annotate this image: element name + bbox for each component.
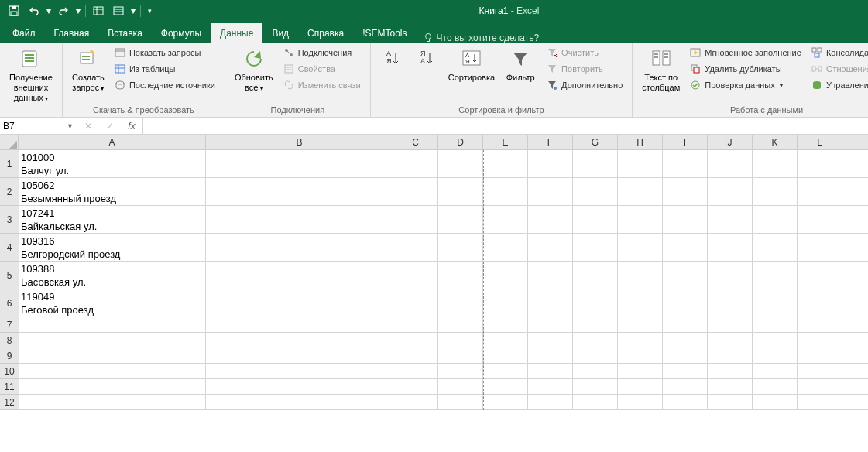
cell[interactable] [708,364,753,378]
cell[interactable] [206,395,393,409]
cell[interactable] [483,206,528,233]
cell[interactable] [708,234,753,261]
cell[interactable] [393,395,438,409]
cell[interactable] [663,178,708,205]
cell[interactable] [618,234,663,261]
cell[interactable] [618,333,663,348]
cell[interactable] [483,395,528,409]
cell[interactable]: 119049 Беговой проезд [19,289,206,317]
cell[interactable]: 109388 Басовская ул. [19,262,206,289]
cell[interactable] [753,206,798,233]
fx-icon[interactable]: fx [121,121,142,132]
column-header-C[interactable]: C [393,135,438,149]
row-header[interactable]: 5 [0,262,19,289]
cells[interactable]: 101000 Балчуг ул.105062 Безымянный проез… [19,150,868,410]
cell[interactable] [618,348,663,363]
row-header[interactable]: 10 [0,364,19,379]
cell[interactable] [753,317,798,332]
cell[interactable] [483,234,528,261]
tab-home[interactable]: Главная [45,23,99,43]
cell[interactable] [206,262,393,289]
cell[interactable] [206,206,393,233]
cell[interactable] [618,395,663,409]
tab-semtools[interactable]: !SEMTools [353,23,416,43]
cell[interactable] [206,317,393,332]
cell[interactable] [753,234,798,261]
cell[interactable] [798,364,842,378]
cell[interactable] [483,178,528,205]
cell[interactable] [393,178,438,205]
sort-asc-button[interactable]: АЯ [377,45,408,73]
cell[interactable] [483,289,528,317]
cell[interactable] [573,317,618,332]
cell[interactable] [483,317,528,332]
qat-customize[interactable]: ▾ [144,2,155,19]
cell[interactable] [753,289,798,317]
show-queries-button[interactable]: Показать запросы [111,45,218,60]
cell[interactable] [663,289,708,317]
save-button[interactable] [5,2,23,19]
cell[interactable] [528,150,573,177]
cell[interactable] [483,348,528,363]
cell[interactable] [798,234,842,261]
cell[interactable] [573,150,618,177]
remove-duplicates-button[interactable]: Удалить дубликаты [686,61,805,77]
redo-dropdown[interactable]: ▾ [74,2,82,19]
cell[interactable] [19,333,206,348]
cell[interactable] [573,262,618,289]
cell[interactable] [528,178,573,205]
cell[interactable] [206,379,393,394]
cell[interactable] [663,262,708,289]
cell[interactable] [663,333,708,348]
cell[interactable] [573,395,618,409]
name-box-input[interactable] [3,121,50,132]
cell[interactable] [483,150,528,177]
cell[interactable] [708,348,753,363]
column-header-A[interactable]: A [19,135,206,149]
tab-data[interactable]: Данные [211,23,262,43]
cell[interactable]: 105062 Безымянный проезд [19,178,206,205]
tab-formulas[interactable]: Формулы [152,23,211,43]
cell[interactable] [438,317,483,332]
cell[interactable] [483,333,528,348]
cell[interactable] [438,150,483,177]
get-external-data-button[interactable]: Получение внешних данных [6,45,56,105]
cell[interactable] [798,348,842,363]
cell[interactable] [573,348,618,363]
row-header[interactable]: 2 [0,178,19,206]
cell[interactable] [438,289,483,317]
row-header[interactable]: 4 [0,234,19,262]
cell[interactable] [798,150,842,177]
cell[interactable] [663,348,708,363]
cell[interactable] [528,234,573,261]
cell[interactable] [19,395,206,409]
cell[interactable] [618,364,663,378]
cell[interactable] [206,234,393,261]
cell[interactable] [753,333,798,348]
cell[interactable] [798,379,842,394]
cell[interactable] [753,379,798,394]
cell[interactable] [618,289,663,317]
cell[interactable] [753,150,798,177]
recent-sources-button[interactable]: Последние источники [111,77,218,93]
cell[interactable] [438,348,483,363]
sort-button[interactable]: АЯ Сортировка [445,45,498,84]
cell[interactable] [393,348,438,363]
refresh-all-button[interactable]: Обновить все [232,45,276,95]
row-header[interactable]: 11 [0,379,19,395]
row-header[interactable]: 1 [0,150,19,178]
row-header[interactable]: 8 [0,333,19,348]
cell[interactable] [573,206,618,233]
cell[interactable] [708,317,753,332]
flash-fill-button[interactable]: Мгновенное заполнение [686,45,805,60]
cell[interactable] [19,348,206,363]
cell[interactable] [798,206,842,233]
cell[interactable] [393,317,438,332]
cell[interactable] [573,234,618,261]
cell[interactable] [528,206,573,233]
advanced-filter-button[interactable]: Дополнительно [543,77,626,93]
cell[interactable] [528,262,573,289]
new-query-button[interactable]: Создать запрос [69,45,108,95]
cell[interactable] [573,178,618,205]
cell[interactable] [438,395,483,409]
